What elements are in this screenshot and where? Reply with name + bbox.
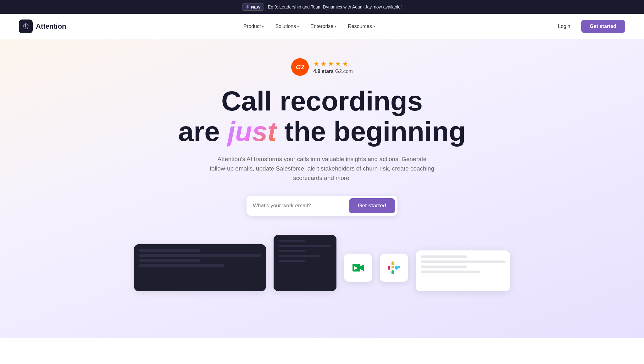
phone-bar-4 bbox=[279, 255, 321, 257]
headline-just: just bbox=[227, 116, 276, 147]
g2-rating: G2 ★ ★ ★ ★ ★ 4.9 stars G2.com bbox=[291, 58, 353, 76]
svg-rect-14 bbox=[388, 266, 390, 268]
svg-marker-6 bbox=[360, 265, 364, 271]
announcement-bar: ✳ NEW Ep 9: Leadership and Team Dynamics… bbox=[0, 0, 644, 14]
google-meet-icon: ▶ bbox=[351, 260, 366, 275]
mockup-dark-content bbox=[134, 244, 266, 291]
sparkle-icon: ✳ bbox=[246, 4, 249, 9]
phone-bar-1 bbox=[279, 240, 305, 242]
star-1: ★ bbox=[313, 60, 319, 68]
svg-rect-16 bbox=[391, 272, 394, 274]
phone-bar-5 bbox=[279, 260, 305, 262]
mockup-bar-4 bbox=[139, 264, 225, 267]
chevron-down-icon: ▾ bbox=[297, 24, 299, 29]
star-rating: ★ ★ ★ ★ ★ bbox=[313, 60, 353, 68]
bottom-mockups-row: ▶ bbox=[13, 235, 631, 291]
hero-headline: Call recordings are just the beginning bbox=[178, 86, 466, 147]
g2-rating-value: 4.9 stars bbox=[313, 69, 334, 74]
white-bar-4 bbox=[421, 271, 480, 273]
nav-link-product[interactable]: Product ▾ bbox=[239, 21, 268, 32]
star-4: ★ bbox=[335, 60, 341, 68]
navbar: Attention Product ▾ Solutions ▾ Enterpri… bbox=[0, 14, 644, 39]
slack-card bbox=[380, 254, 408, 282]
svg-point-2 bbox=[25, 28, 26, 29]
announcement-text: Ep 9: Leadership and Team Dynamics with … bbox=[268, 4, 402, 9]
get-started-nav-button[interactable]: Get started bbox=[581, 20, 625, 33]
white-bar-1 bbox=[421, 255, 467, 258]
star-3: ★ bbox=[328, 60, 334, 68]
hero-section: G2 ★ ★ ★ ★ ★ 4.9 stars G2.com Call recor… bbox=[0, 39, 644, 338]
nav-links: Product ▾ Solutions ▾ Enterprise ▾ Resou… bbox=[239, 21, 379, 32]
google-meet-card: ▶ bbox=[344, 254, 372, 282]
email-cta-container: Get started bbox=[247, 196, 397, 216]
chevron-down-icon: ▾ bbox=[373, 24, 375, 29]
svg-rect-13 bbox=[395, 266, 398, 270]
mockup-card-right bbox=[416, 250, 510, 291]
logo-text: Attention bbox=[36, 22, 66, 31]
phone-bar-3 bbox=[279, 250, 305, 252]
email-input[interactable] bbox=[253, 203, 347, 209]
logo-icon bbox=[19, 20, 33, 33]
chevron-down-icon: ▾ bbox=[335, 24, 336, 29]
nav-actions: Login Get started bbox=[552, 20, 625, 33]
nav-item-solutions[interactable]: Solutions ▾ bbox=[271, 21, 303, 32]
svg-text:▶: ▶ bbox=[354, 265, 358, 270]
nav-link-resources[interactable]: Resources ▾ bbox=[343, 21, 379, 32]
login-button[interactable]: Login bbox=[552, 20, 576, 32]
chevron-down-icon: ▾ bbox=[262, 24, 264, 29]
nav-item-product[interactable]: Product ▾ bbox=[239, 21, 268, 32]
g2-stars-area: ★ ★ ★ ★ ★ 4.9 stars G2.com bbox=[313, 60, 353, 74]
hero-subtitle: Attention's AI transforms your calls int… bbox=[209, 154, 435, 183]
headline-suffix: the beginning bbox=[277, 116, 466, 147]
nav-item-resources[interactable]: Resources ▾ bbox=[343, 21, 379, 32]
svg-rect-11 bbox=[391, 266, 394, 268]
get-started-hero-button[interactable]: Get started bbox=[349, 198, 395, 213]
headline-line1: Call recordings bbox=[221, 85, 423, 116]
mockup-card-center bbox=[274, 235, 336, 291]
slack-icon bbox=[387, 261, 401, 275]
mockup-bar-3 bbox=[139, 259, 200, 262]
mockup-phone-content bbox=[274, 235, 336, 291]
nav-link-solutions[interactable]: Solutions ▾ bbox=[271, 21, 303, 32]
logo-area: Attention bbox=[19, 20, 66, 33]
svg-rect-15 bbox=[398, 266, 400, 268]
white-bar-3 bbox=[421, 266, 467, 268]
g2-badge: G2 bbox=[291, 58, 309, 76]
phone-bar-2 bbox=[279, 245, 331, 247]
white-bar-2 bbox=[421, 260, 505, 263]
mockup-bar-2 bbox=[139, 254, 261, 257]
new-badge: ✳ NEW bbox=[242, 3, 264, 11]
nav-link-enterprise[interactable]: Enterprise ▾ bbox=[306, 21, 341, 32]
mockup-white-content bbox=[416, 250, 510, 291]
nav-item-enterprise[interactable]: Enterprise ▾ bbox=[306, 21, 341, 32]
headline-are: are bbox=[178, 116, 228, 147]
headline-line2: are just the beginning bbox=[178, 116, 466, 147]
mockup-card-left bbox=[134, 244, 266, 291]
star-2: ★ bbox=[320, 60, 327, 68]
g2-text: 4.9 stars G2.com bbox=[313, 69, 353, 74]
mockup-bar-1 bbox=[139, 249, 200, 252]
star-5: ★ bbox=[342, 60, 348, 68]
svg-rect-10 bbox=[391, 261, 394, 265]
